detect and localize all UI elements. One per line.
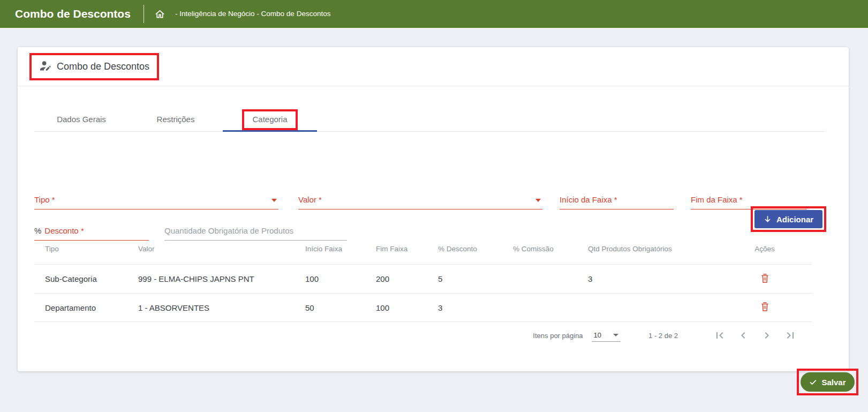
header-divider [144, 5, 144, 23]
arrow-down-icon [764, 215, 772, 223]
first-page-button[interactable] [713, 329, 726, 342]
delete-row-button[interactable] [718, 301, 812, 314]
table-header-row: Tipo Valor Início Faixa Fim Faixa % Desc… [34, 234, 812, 264]
cell-inicio: 100 [295, 274, 365, 283]
chevron-down-icon [613, 334, 618, 336]
chevron-down-icon [271, 199, 277, 202]
table-row: Sub-Categoria 999 - ELMA-CHIPS JAPNS PNT… [34, 264, 812, 293]
home-icon[interactable] [154, 9, 165, 20]
salvar-label: Salvar [821, 378, 846, 387]
col-header-acoes: Ações [718, 245, 812, 253]
cell-valor: 999 - ELMA-CHIPS JAPNS PNT [127, 274, 295, 283]
cell-tipo: Sub-Categoria [34, 274, 127, 283]
inicio-da-faixa-label: Início da Faixa * [560, 195, 617, 204]
table-row: Departamento 1 - ABSORVENTES 50 100 3 [34, 293, 812, 322]
cell-fim: 200 [365, 274, 427, 283]
chevron-right-icon [760, 329, 773, 342]
inicio-da-faixa-field[interactable]: Início da Faixa * [560, 191, 674, 209]
valor-select[interactable]: Valor * [298, 191, 542, 209]
paginator: Itens por página 10 1 - 2 de 2 [34, 322, 812, 349]
trash-icon [760, 273, 769, 283]
col-header-desconto: % Desconto [427, 245, 502, 253]
items-per-page-label: Itens por página [533, 332, 583, 340]
next-page-button[interactable] [760, 329, 773, 342]
cell-fim: 100 [365, 303, 427, 312]
col-header-qtd-produtos: Qtd Produtos Obrigatórios [577, 245, 718, 253]
cell-tipo: Departamento [34, 303, 127, 312]
adicionar-button[interactable]: Adicionar [754, 210, 822, 228]
delete-row-button[interactable] [718, 273, 812, 286]
col-header-comissao: % Comissão [502, 245, 577, 253]
previous-page-button[interactable] [737, 329, 750, 342]
trash-icon [760, 302, 769, 312]
last-page-button[interactable] [784, 329, 797, 342]
tipo-select[interactable]: Tipo * [34, 191, 278, 209]
page-range-label: 1 - 2 de 2 [648, 332, 678, 340]
checkmark-icon [809, 378, 817, 386]
items-per-page-value: 10 [594, 331, 601, 339]
card-title-annotation: Combo de Descontos [29, 53, 159, 80]
card-title: Combo de Descontos [57, 61, 149, 72]
tipo-label: Tipo * [34, 195, 55, 204]
cell-desconto: 3 [427, 303, 502, 312]
chevron-down-icon [535, 199, 541, 202]
card-title-divider [18, 86, 849, 86]
cell-valor: 1 - ABSORVENTES [127, 303, 295, 312]
salvar-button[interactable]: Salvar [801, 372, 855, 392]
main-card: Combo de Descontos Dados Gerais Restriçõ… [18, 47, 849, 371]
tab-categoria[interactable]: Categoria [223, 106, 317, 132]
items-per-page-select[interactable]: 10 [592, 329, 621, 342]
app-header: Combo de Descontos - Inteligência de Neg… [0, 0, 868, 28]
fim-da-faixa-label: Fim da Faixa * [691, 195, 743, 204]
col-header-fim-faixa: Fim Faixa [365, 245, 427, 253]
col-header-tipo: Tipo [34, 245, 127, 253]
cell-desconto: 5 [427, 274, 502, 283]
first-page-icon [713, 329, 726, 342]
adicionar-label: Adicionar [776, 215, 813, 224]
cell-inicio: 50 [295, 303, 365, 312]
tab-bar: Dados Gerais Restrições Categoria [34, 106, 825, 132]
tab-restricoes[interactable]: Restrições [129, 106, 223, 132]
last-page-icon [784, 329, 797, 342]
app-title: Combo de Descontos [15, 0, 131, 28]
salvar-annotation: Salvar [797, 369, 858, 395]
col-header-inicio-faixa: Início Faixa [295, 245, 365, 253]
categorias-table: Tipo Valor Início Faixa Fim Faixa % Desc… [34, 234, 812, 322]
valor-label: Valor * [298, 195, 322, 204]
cell-qtd: 3 [577, 274, 718, 283]
tab-dados-gerais[interactable]: Dados Gerais [34, 106, 129, 132]
adicionar-annotation: Adicionar [751, 206, 826, 232]
breadcrumb: - Inteligência de Negócio - Combo de Des… [175, 0, 330, 28]
col-header-valor: Valor [127, 245, 295, 253]
active-tab-indicator [223, 130, 317, 132]
chevron-left-icon [737, 329, 750, 342]
person-edit-icon [39, 59, 51, 74]
